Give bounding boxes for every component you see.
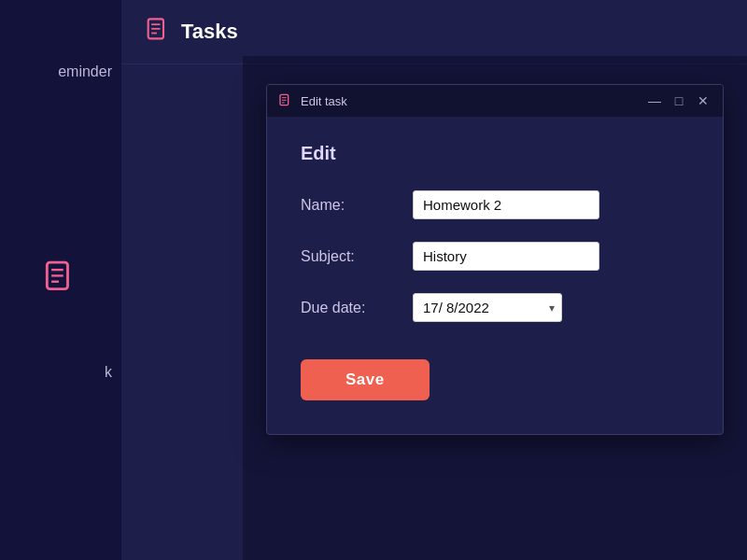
tasks-title: Tasks (181, 20, 238, 44)
modal-body: Edit Name: Subject: Due date: 17/ (267, 117, 723, 434)
sidebar-bottom-label: k (0, 364, 112, 381)
tasks-header: Tasks (121, 0, 747, 64)
subject-row: Subject: (301, 242, 689, 271)
sidebar-tasks-icon (41, 259, 77, 299)
due-date-label: Due date: (301, 300, 413, 316)
name-row: Name: (301, 190, 689, 219)
tasks-header-icon (144, 17, 170, 47)
main-area: Tasks Edit task — □ ✕ (121, 0, 747, 560)
maximize-button[interactable]: □ (670, 92, 687, 109)
modal-controls: — □ ✕ (646, 92, 712, 109)
due-date-row: Due date: 17/ 8/2022 ▾ (301, 293, 689, 322)
edit-heading: Edit (301, 143, 689, 164)
minimize-button[interactable]: — (646, 92, 663, 109)
modal-title: Edit task (301, 94, 639, 108)
save-button[interactable]: Save (301, 359, 430, 400)
due-date-select[interactable]: 17/ 8/2022 (413, 293, 562, 322)
subject-label: Subject: (301, 248, 413, 265)
name-label: Name: (301, 197, 413, 214)
modal-overlay: Edit task — □ ✕ Edit Name: Subject: (243, 56, 747, 560)
sidebar-reminder-label: eminder (0, 63, 112, 80)
modal-titlebar: Edit task — □ ✕ (267, 85, 723, 117)
edit-task-modal: Edit task — □ ✕ Edit Name: Subject: (266, 84, 724, 435)
close-button[interactable]: ✕ (695, 92, 712, 109)
name-input[interactable] (413, 190, 599, 219)
date-select-wrapper: 17/ 8/2022 ▾ (413, 293, 562, 322)
modal-icon (278, 93, 293, 108)
subject-input[interactable] (413, 242, 599, 271)
